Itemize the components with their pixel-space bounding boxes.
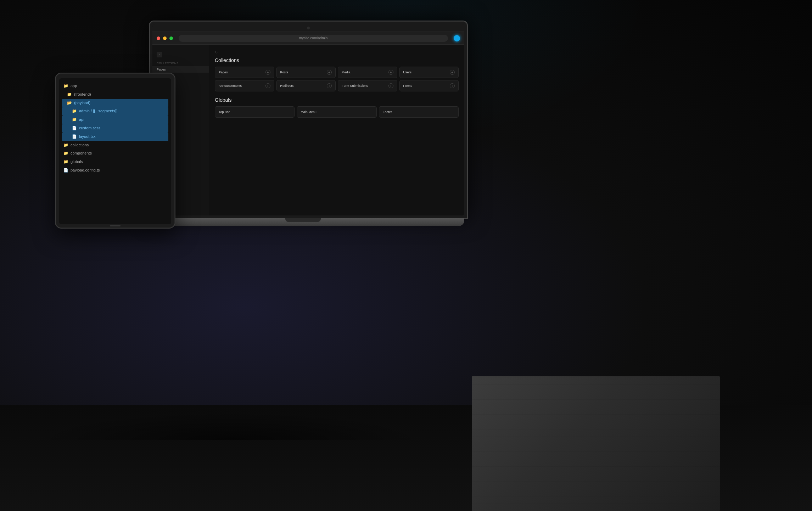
tree-frontend-name: (frontend)	[74, 91, 91, 98]
collection-card-redirects[interactable]: Redirects +	[276, 80, 336, 91]
file-icon: 📄	[72, 125, 77, 132]
add-announcements-button[interactable]: +	[265, 83, 270, 88]
global-footer-label: Footer	[383, 110, 455, 114]
laptop-screen-inner: mysite.com/admin ‹ Collections Pages	[152, 24, 464, 215]
tree-admin-name: admin / [[...segments]]	[79, 108, 117, 115]
tablet-screen: 📁 app 📁 (frontend) 📂 (payload) 📁 admin /…	[59, 78, 171, 224]
refresh-icon[interactable]: ↻	[215, 50, 219, 55]
tree-collections-name: collections	[71, 142, 89, 149]
collection-card-media[interactable]: Media +	[338, 67, 397, 78]
tablet-body: 📁 app 📁 (frontend) 📂 (payload) 📁 admin /…	[55, 73, 175, 229]
tree-item-layout-tsx[interactable]: 📄 layout.tsx	[62, 133, 168, 141]
browser-url-bar[interactable]: mysite.com/admin	[179, 35, 448, 42]
tree-layout-tsx-name: layout.tsx	[79, 133, 95, 140]
sidebar-pages-label: Pages	[157, 68, 166, 71]
file-icon: 📄	[63, 167, 68, 174]
folder-icon: 📁	[72, 116, 77, 123]
laptop-camera	[307, 27, 310, 29]
add-pages-button[interactable]: +	[265, 70, 270, 75]
tree-components-name: components	[71, 150, 92, 157]
add-posts-button[interactable]: +	[327, 70, 332, 75]
tree-item-frontend[interactable]: 📁 (frontend)	[62, 90, 168, 99]
tree-item-app[interactable]: 📁 app	[62, 82, 168, 90]
collection-card-announcements[interactable]: Announcements +	[215, 80, 274, 91]
card-media-label: Media	[342, 71, 351, 74]
add-redirects-button[interactable]: +	[327, 83, 332, 88]
tree-item-components[interactable]: 📁 components	[62, 149, 168, 158]
card-pages-label: Pages	[219, 71, 228, 74]
collection-card-users[interactable]: Users +	[399, 67, 459, 78]
tree-item-payload-config[interactable]: 📄 payload.config.ts	[62, 166, 168, 175]
global-card-top-bar[interactable]: Top Bar	[215, 106, 295, 118]
laptop-screen: mysite.com/admin ‹ Collections Pages	[149, 21, 468, 219]
tree-api-name: api	[79, 116, 84, 123]
collections-section-title: Collections	[215, 57, 459, 63]
folder-icon: 📁	[72, 108, 77, 115]
admin-interface: ‹ Collections Pages ↻ Collections	[152, 45, 464, 215]
add-users-button[interactable]: +	[450, 70, 455, 75]
card-users-label: Users	[403, 71, 412, 74]
tree-app-name: app	[71, 83, 77, 90]
add-media-button[interactable]: +	[388, 70, 393, 75]
tree-globals-name: globals	[71, 158, 83, 165]
url-text: mysite.com/admin	[299, 36, 328, 40]
tree-payload-config-name: payload.config.ts	[71, 167, 100, 174]
window-close-btn[interactable]	[157, 36, 160, 40]
file-icon: 📄	[72, 133, 77, 140]
global-card-main-menu[interactable]: Main Menu	[297, 106, 376, 118]
folder-icon: 📁	[63, 83, 68, 90]
concrete-block	[472, 376, 720, 511]
global-card-footer[interactable]: Footer	[379, 106, 459, 118]
file-tree: 📁 app 📁 (frontend) 📂 (payload) 📁 admin /…	[59, 78, 171, 178]
globals-section-title: Globals	[215, 97, 459, 103]
sidebar-item-pages[interactable]: Pages	[152, 66, 209, 73]
sidebar-collapse-button[interactable]: ‹	[157, 52, 162, 57]
globals-grid: Top Bar Main Menu Footer	[215, 106, 459, 118]
folder-icon: 📁	[63, 150, 68, 157]
global-main-menu-label: Main Menu	[301, 110, 373, 114]
add-forms-button[interactable]: +	[450, 83, 455, 88]
tree-item-collections[interactable]: 📁 collections	[62, 141, 168, 150]
laptop-hinge	[285, 218, 321, 222]
tree-item-payload[interactable]: 📂 (payload)	[62, 99, 168, 107]
card-announcements-label: Announcements	[219, 84, 242, 88]
folder-open-icon: 📂	[67, 100, 72, 107]
collection-card-posts[interactable]: Posts +	[276, 67, 336, 78]
laptop-bezel	[152, 24, 464, 32]
card-form-submissions-label: Form Submissions	[342, 84, 368, 88]
browser-chrome: mysite.com/admin	[152, 32, 464, 45]
sidebar-collections-label: Collections	[152, 60, 209, 66]
card-forms-label: Forms	[403, 84, 413, 88]
tree-custom-scss-name: custom.scss	[79, 125, 101, 132]
add-form-submissions-button[interactable]: +	[388, 83, 393, 88]
collections-grid: Pages + Posts + Media + Users	[215, 67, 459, 91]
folder-icon: 📁	[63, 142, 68, 149]
laptop-device: mysite.com/admin ‹ Collections Pages	[149, 21, 457, 226]
power-button[interactable]	[454, 35, 460, 41]
card-posts-label: Posts	[280, 71, 289, 74]
collection-card-pages[interactable]: Pages +	[215, 67, 274, 78]
card-redirects-label: Redirects	[280, 84, 294, 88]
tablet-home-indicator[interactable]	[110, 225, 121, 226]
collection-card-form-submissions[interactable]: Form Submissions +	[338, 80, 397, 91]
tree-item-api[interactable]: 📁 api	[62, 116, 168, 124]
global-top-bar-label: Top Bar	[219, 110, 291, 114]
collection-card-forms[interactable]: Forms +	[399, 80, 459, 91]
window-minimize-btn[interactable]	[163, 36, 167, 40]
folder-icon: 📁	[63, 158, 68, 165]
tree-payload-name: (payload)	[74, 100, 90, 107]
admin-main-content[interactable]: ↻ Collections Pages + Posts +	[209, 45, 464, 215]
tablet-device: 📁 app 📁 (frontend) 📂 (payload) 📁 admin /…	[55, 73, 175, 236]
window-maximize-btn[interactable]	[169, 36, 173, 40]
tree-item-globals[interactable]: 📁 globals	[62, 158, 168, 166]
tree-item-admin[interactable]: 📁 admin / [[...segments]]	[62, 107, 168, 116]
laptop-base	[142, 218, 464, 226]
tree-item-custom-scss[interactable]: 📄 custom.scss	[62, 124, 168, 133]
folder-icon: 📁	[67, 91, 72, 98]
